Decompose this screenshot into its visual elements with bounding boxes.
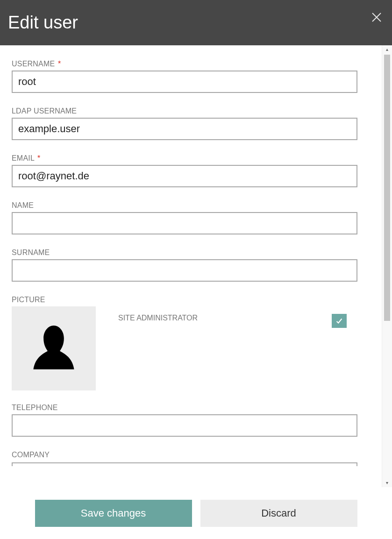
field-picture: PICTURE — [12, 296, 347, 304]
discard-button[interactable]: Discard — [200, 500, 357, 527]
required-marker: * — [58, 60, 61, 68]
close-icon[interactable] — [371, 11, 382, 26]
email-input[interactable] — [12, 165, 357, 187]
field-username: USERNAME * — [12, 60, 347, 93]
field-surname: SURNAME — [12, 248, 347, 282]
label-username: USERNAME * — [12, 60, 347, 68]
label-site-admin: SITE ADMINISTRATOR — [118, 314, 198, 322]
username-input[interactable] — [12, 71, 357, 93]
name-input[interactable] — [12, 212, 357, 234]
field-ldap-username: LDAP USERNAME — [12, 107, 347, 140]
scrollbar[interactable]: ▴ ▾ — [382, 45, 392, 487]
site-admin-row: SITE ADMINISTRATOR — [118, 306, 347, 328]
dialog-header: Edit user — [0, 0, 392, 45]
ldap-username-input[interactable] — [12, 118, 357, 140]
site-admin-checkbox[interactable] — [332, 314, 347, 328]
scroll-down-arrow-icon[interactable]: ▾ — [386, 479, 388, 487]
label-company: COMPANY — [12, 451, 347, 459]
label-surname: SURNAME — [12, 248, 347, 257]
field-telephone: TELEPHONE — [12, 404, 347, 437]
label-text: EMAIL — [12, 154, 34, 162]
picture-placeholder[interactable] — [12, 306, 96, 390]
avatar-icon — [28, 320, 79, 376]
field-company: COMPANY — [12, 451, 347, 470]
label-text: USERNAME — [12, 60, 55, 68]
scrollbar-thumb[interactable] — [384, 55, 390, 321]
picture-row: SITE ADMINISTRATOR — [12, 306, 347, 390]
surname-input[interactable] — [12, 259, 357, 282]
label-name: NAME — [12, 201, 347, 210]
form-content: USERNAME * LDAP USERNAME EMAIL * NAME SU… — [0, 45, 381, 487]
company-input[interactable] — [12, 462, 357, 466]
field-name: NAME — [12, 201, 347, 234]
field-email: EMAIL * — [12, 154, 347, 187]
label-picture: PICTURE — [12, 296, 347, 304]
scroll-up-arrow-icon[interactable]: ▴ — [386, 45, 388, 54]
telephone-input[interactable] — [12, 414, 357, 437]
dialog-footer: Save changes Discard — [0, 487, 392, 539]
check-icon — [335, 317, 343, 325]
required-marker: * — [37, 154, 40, 162]
label-telephone: TELEPHONE — [12, 404, 347, 412]
label-email: EMAIL * — [12, 154, 347, 163]
save-button[interactable]: Save changes — [35, 500, 192, 527]
form-scroll-area: USERNAME * LDAP USERNAME EMAIL * NAME SU… — [0, 45, 392, 487]
label-ldap-username: LDAP USERNAME — [12, 107, 347, 115]
dialog-title: Edit user — [8, 13, 78, 33]
